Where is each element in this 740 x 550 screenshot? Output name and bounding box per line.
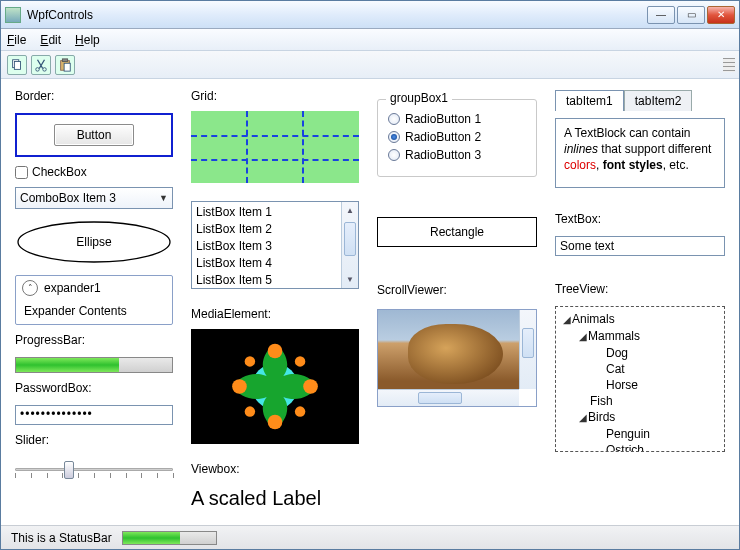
tree-item[interactable]: Dog <box>606 346 628 360</box>
scrollviewer[interactable] <box>377 309 537 407</box>
tree-item[interactable]: Fish <box>590 394 613 408</box>
listbox-scrollbar[interactable]: ▲ ▼ <box>341 202 358 288</box>
border-control: Button <box>15 113 173 157</box>
vertical-scrollbar[interactable] <box>519 310 536 389</box>
svg-point-11 <box>268 415 283 430</box>
window-title: WpfControls <box>27 8 647 22</box>
viewbox: A scaled Label <box>191 484 359 510</box>
minimize-button[interactable]: — <box>647 6 675 24</box>
slider-ticks <box>15 473 173 479</box>
expander-title: expander1 <box>44 281 101 295</box>
chevron-up-icon: ˄ <box>22 280 38 296</box>
treeview-label: TreeView: <box>555 282 725 296</box>
progressbar <box>15 357 173 373</box>
slider-thumb[interactable] <box>64 461 74 479</box>
dog-image <box>408 324 503 384</box>
slider[interactable] <box>15 457 173 481</box>
list-item[interactable]: ListBox Item 1 <box>196 204 354 221</box>
copy-icon[interactable] <box>7 55 27 75</box>
listbox[interactable]: ListBox Item 1 ListBox Item 2 ListBox It… <box>191 201 359 289</box>
tree-toggle-icon[interactable]: ◢ <box>578 410 588 426</box>
grid-control <box>191 111 359 183</box>
radio-icon <box>388 113 400 125</box>
window: WpfControls — ▭ ✕ File Edit Help Border:… <box>0 0 740 550</box>
scroll-down-icon[interactable]: ▼ <box>342 271 358 288</box>
checkbox-label: CheckBox <box>32 165 87 179</box>
textblock: A TextBlock can contain inlines that sup… <box>555 118 725 188</box>
svg-rect-1 <box>14 61 20 69</box>
ellipse: Ellipse <box>15 217 173 267</box>
passwordbox[interactable]: •••••••••••••• <box>15 405 173 425</box>
tree-toggle-icon[interactable]: ◢ <box>562 312 572 328</box>
grid-label: Grid: <box>191 89 359 103</box>
list-item[interactable]: ListBox Item 2 <box>196 221 354 238</box>
expander-header[interactable]: ˄ expander1 <box>22 280 166 296</box>
menu-file[interactable]: File <box>7 33 26 47</box>
horizontal-scrollbar[interactable] <box>378 389 519 406</box>
combobox[interactable]: ComboBox Item 3 ▼ <box>15 187 173 209</box>
svg-point-10 <box>303 379 318 394</box>
tree-item[interactable]: Horse <box>606 378 638 392</box>
tree-item[interactable]: Mammals <box>588 329 640 343</box>
tree-item[interactable]: Cat <box>606 362 625 376</box>
slider-track <box>15 468 173 471</box>
checkbox[interactable]: CheckBox <box>15 165 173 179</box>
maximize-button[interactable]: ▭ <box>677 6 705 24</box>
list-item[interactable]: ListBox Item 5 <box>196 272 354 289</box>
tab-item-2[interactable]: tabItem2 <box>624 90 693 111</box>
slider-label: Slider: <box>15 433 173 447</box>
tree-item[interactable]: Birds <box>588 410 615 424</box>
menu-help[interactable]: Help <box>75 33 100 47</box>
tab-item-1[interactable]: tabItem1 <box>555 90 624 111</box>
tab-strip: tabItem1 tabItem2 <box>555 89 725 110</box>
ellipse-label: Ellipse <box>76 235 111 249</box>
radio-icon <box>388 131 400 143</box>
toolbar-grip[interactable] <box>723 58 735 72</box>
tree-item[interactable]: Penguin <box>606 427 650 441</box>
textbox[interactable] <box>555 236 725 256</box>
list-item[interactable]: ListBox Item 4 <box>196 255 354 272</box>
rectangle-label: Rectangle <box>430 225 484 239</box>
scrollbar-thumb[interactable] <box>418 392 462 404</box>
tree-toggle-icon[interactable]: ◢ <box>578 329 588 345</box>
client-area: Border: Button CheckBox ComboBox Item 3 … <box>1 79 739 525</box>
checkbox-input[interactable] <box>15 166 28 179</box>
groupbox: groupBox1 RadioButton 1 RadioButton 2 Ra… <box>377 99 537 177</box>
svg-rect-5 <box>62 58 67 61</box>
list-item[interactable]: ListBox Item 3 <box>196 238 354 255</box>
radiobutton-1[interactable]: RadioButton 1 <box>388 112 526 126</box>
svg-rect-6 <box>64 63 70 71</box>
svg-point-2 <box>36 67 40 71</box>
paste-icon[interactable] <box>55 55 75 75</box>
tree-item[interactable]: Animals <box>572 312 615 326</box>
textbox-label: TextBox: <box>555 212 725 226</box>
treeview[interactable]: ◢Animals ◢Mammals Dog Cat Horse Fish ◢Bi… <box>555 306 725 452</box>
chevron-down-icon: ▼ <box>159 193 168 203</box>
menubar: File Edit Help <box>1 29 739 51</box>
border-label: Border: <box>15 89 173 103</box>
menu-edit[interactable]: Edit <box>40 33 61 47</box>
svg-point-12 <box>232 379 247 394</box>
cut-icon[interactable] <box>31 55 51 75</box>
statusbar-progressbar <box>122 531 217 545</box>
toolbar <box>1 51 739 79</box>
scrollbar-thumb[interactable] <box>344 222 356 256</box>
scroll-up-icon[interactable]: ▲ <box>342 202 358 219</box>
groupbox-legend: groupBox1 <box>386 91 452 105</box>
radio-icon <box>388 149 400 161</box>
combobox-selection: ComboBox Item 3 <box>20 191 116 205</box>
titlebar[interactable]: WpfControls — ▭ ✕ <box>1 1 739 29</box>
scrollbar-thumb[interactable] <box>522 328 534 358</box>
radiobutton-2[interactable]: RadioButton 2 <box>388 130 526 144</box>
expander: ˄ expander1 Expander Contents <box>15 275 173 325</box>
radiobutton-3[interactable]: RadioButton 3 <box>388 148 526 162</box>
button[interactable]: Button <box>54 124 135 146</box>
tree-item[interactable]: Ostrich <box>606 443 644 452</box>
progressbar-fill <box>16 358 119 372</box>
close-button[interactable]: ✕ <box>707 6 735 24</box>
app-icon <box>5 7 21 23</box>
viewbox-label: Viewbox: <box>191 462 359 476</box>
statusbar: This is a StatusBar <box>1 525 739 549</box>
statusbar-progressbar-fill <box>123 532 181 544</box>
password-label: PasswordBox: <box>15 381 173 395</box>
